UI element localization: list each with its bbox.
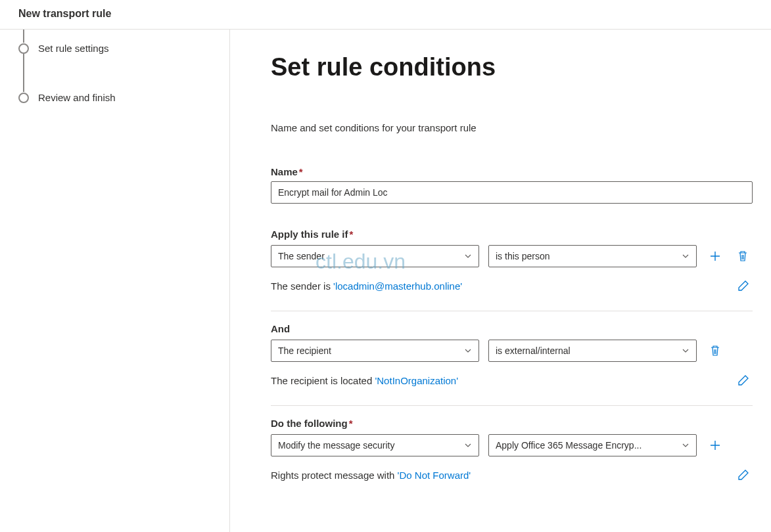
step-label: Set rule settings — [38, 43, 109, 54]
name-label: Name* — [271, 166, 753, 177]
chevron-down-icon — [464, 441, 472, 449]
condition1-left-dropdown[interactable]: The sender — [271, 245, 479, 267]
chevron-down-icon — [682, 441, 689, 449]
add-action-button[interactable] — [706, 436, 724, 454]
add-condition-button[interactable] — [706, 247, 724, 265]
divider — [271, 405, 753, 406]
step-set-rule-settings[interactable]: Set rule settings — [18, 43, 216, 54]
action-summary: Rights protect message with 'Do Not Forw… — [271, 470, 734, 481]
subtitle: Name and set conditions for your transpo… — [271, 122, 753, 133]
step-circle-icon — [18, 43, 29, 54]
do-following-label: Do the following* — [271, 418, 753, 429]
chevron-down-icon — [464, 252, 472, 260]
step-connector — [23, 54, 24, 92]
action-left-dropdown[interactable]: Modify the message security — [271, 434, 479, 456]
edit-condition1-button[interactable] — [734, 277, 753, 295]
divider — [271, 311, 753, 311]
condition2-summary: The recipient is located 'NotInOrganizat… — [271, 375, 734, 386]
edit-condition2-button[interactable] — [734, 371, 753, 389]
step-connector — [23, 30, 24, 43]
condition1-summary: The sender is 'locadmin@masterhub.online… — [271, 280, 734, 292]
chevron-down-icon — [464, 347, 472, 355]
page-title: New transport rule — [0, 0, 771, 30]
condition1-right-dropdown[interactable]: is this person — [488, 245, 697, 267]
chevron-down-icon — [682, 252, 689, 260]
chevron-down-icon — [682, 347, 689, 355]
wizard-sidebar: Set rule settings Review and finish — [0, 30, 230, 532]
condition2-right-dropdown[interactable]: is external/internal — [488, 340, 697, 362]
condition2-left-dropdown[interactable]: The recipient — [271, 340, 479, 362]
step-circle-icon — [18, 93, 29, 103]
step-review-and-finish[interactable]: Review and finish — [18, 92, 216, 103]
main-panel: Set rule conditions Name and set conditi… — [230, 30, 771, 532]
edit-action-button[interactable] — [734, 466, 753, 484]
heading: Set rule conditions — [271, 53, 753, 81]
and-label: And — [271, 323, 753, 334]
action-right-dropdown[interactable]: Apply Office 365 Message Encryp... — [488, 434, 697, 456]
delete-condition-button[interactable] — [734, 247, 752, 265]
apply-if-label: Apply this rule if* — [271, 229, 753, 240]
step-label: Review and finish — [38, 92, 116, 103]
rule-name-input[interactable] — [271, 181, 753, 204]
delete-condition2-button[interactable] — [706, 342, 724, 360]
